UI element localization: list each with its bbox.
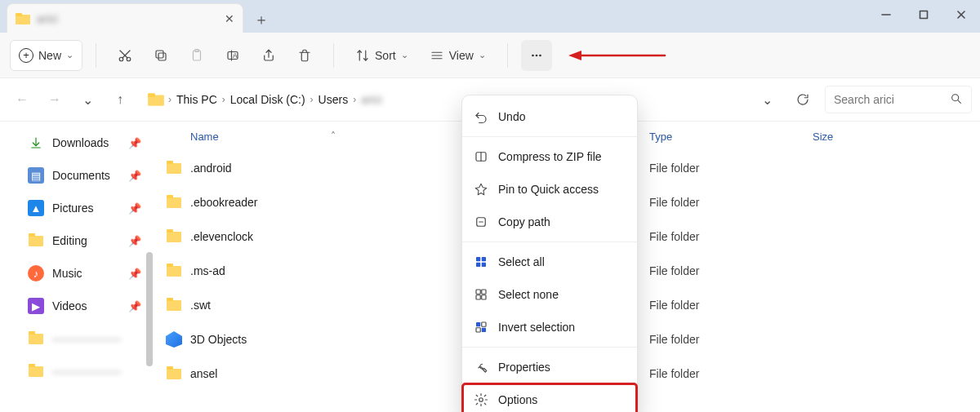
svg-rect-30 xyxy=(482,257,486,261)
folder-icon xyxy=(166,263,182,279)
file-name: .swt xyxy=(190,299,211,312)
search-placeholder: Search arici xyxy=(834,93,894,106)
videos-icon: ▶ xyxy=(28,298,44,314)
maximize-button[interactable] xyxy=(905,0,942,29)
file-name: .elevenclock xyxy=(190,230,253,243)
sidebar-item[interactable]: —————— xyxy=(0,322,151,355)
menu-properties[interactable]: Properties xyxy=(462,351,637,383)
pin-icon: 📌 xyxy=(128,300,141,312)
file-name: .android xyxy=(190,162,232,175)
sidebar-item[interactable]: —————— xyxy=(0,355,151,388)
column-type[interactable]: Type xyxy=(649,131,813,143)
share-button[interactable] xyxy=(253,40,284,71)
paste-button[interactable] xyxy=(181,40,212,71)
svg-point-19 xyxy=(535,54,537,56)
sidebar-item-editing[interactable]: Editing📌 xyxy=(0,224,151,257)
sort-button[interactable]: Sort ⌄ xyxy=(347,40,416,71)
sidebar-item-downloads[interactable]: Downloads📌 xyxy=(0,126,151,159)
sidebar-item-documents[interactable]: ▤Documents📌 xyxy=(0,159,151,192)
folder-icon xyxy=(166,297,182,313)
menu-undo[interactable]: Undo xyxy=(462,100,637,133)
menu-invert-selection[interactable]: Invert selection xyxy=(462,311,637,343)
file-name: .ebookreader xyxy=(190,196,258,209)
separator xyxy=(507,43,508,68)
close-button[interactable] xyxy=(942,0,980,29)
crumb[interactable]: Local Disk (C:) xyxy=(230,93,305,106)
file-type: File folder xyxy=(649,162,813,175)
svg-rect-40 xyxy=(482,328,486,332)
wrench-icon xyxy=(474,360,488,374)
new-tab-button[interactable]: ＋ xyxy=(248,7,274,33)
menu-options[interactable]: Options xyxy=(462,383,637,412)
file-type: File folder xyxy=(649,299,813,312)
refresh-button[interactable] xyxy=(789,86,817,113)
refresh-icon xyxy=(795,92,810,107)
select-none-icon xyxy=(474,287,488,302)
more-button[interactable] xyxy=(521,40,552,71)
crumb[interactable]: This PC xyxy=(176,93,217,106)
scissors-icon xyxy=(118,48,132,63)
folder-icon xyxy=(166,365,182,382)
svg-point-20 xyxy=(539,54,541,56)
svg-rect-9 xyxy=(156,51,163,58)
separator xyxy=(96,43,96,68)
chevron-right-icon: › xyxy=(310,94,314,105)
copy-path-icon xyxy=(474,215,488,229)
menu-copy-path[interactable]: Copy path xyxy=(462,206,637,238)
search-icon xyxy=(950,92,963,108)
separator xyxy=(333,43,334,68)
svg-rect-39 xyxy=(476,328,480,332)
pin-icon xyxy=(474,182,488,197)
chevron-down-icon: ⌄ xyxy=(66,50,74,60)
sort-icon xyxy=(355,48,370,63)
select-all-icon xyxy=(474,255,488,269)
chevron-right-icon: › xyxy=(168,94,172,105)
menu-separator xyxy=(462,347,637,348)
recent-button[interactable]: ⌄ xyxy=(74,86,101,113)
zip-icon xyxy=(474,149,488,164)
invert-selection-icon xyxy=(474,320,488,334)
file-name: ansel xyxy=(190,367,217,380)
address-dropdown[interactable]: ⌄ xyxy=(753,86,781,113)
chevron-right-icon: › xyxy=(353,94,356,105)
minimize-button[interactable] xyxy=(867,0,905,29)
up-button[interactable]: ↑ xyxy=(106,86,134,113)
search-input[interactable]: Search arici xyxy=(825,86,972,113)
new-button[interactable]: + New ⌄ xyxy=(10,40,82,71)
copy-button[interactable] xyxy=(145,40,176,71)
cut-button[interactable] xyxy=(109,40,140,71)
sidebar-item-videos[interactable]: ▶Videos📌 xyxy=(0,290,151,322)
undo-icon xyxy=(474,109,488,124)
rename-button[interactable]: A xyxy=(217,40,248,71)
sidebar-item-pictures[interactable]: ▲Pictures📌 xyxy=(0,192,151,224)
sort-label: Sort xyxy=(375,49,396,62)
breadcrumb[interactable]: › This PC › Local Disk (C:) › Users › ar… xyxy=(149,93,748,106)
window-tab[interactable]: arici ✕ xyxy=(7,3,243,33)
gear-icon xyxy=(474,392,488,407)
view-button[interactable]: View ⌄ xyxy=(421,40,494,71)
chevron-right-icon: › xyxy=(222,94,225,105)
forward-button[interactable]: → xyxy=(41,86,69,113)
delete-button[interactable] xyxy=(289,40,320,71)
more-menu: Undo Compress to ZIP file Pin to Quick a… xyxy=(461,95,638,412)
file-name: .ms-ad xyxy=(190,264,225,277)
menu-pin-quick-access[interactable]: Pin to Quick access xyxy=(462,173,637,206)
column-size[interactable]: Size xyxy=(813,131,980,143)
svg-point-18 xyxy=(532,54,534,56)
back-button[interactable]: ← xyxy=(8,86,36,113)
trash-icon xyxy=(297,48,312,63)
share-icon xyxy=(261,48,276,63)
crumb-current[interactable]: arici xyxy=(361,93,382,106)
sidebar-item-music[interactable]: ♪Music📌 xyxy=(0,257,151,290)
navigation-pane: Downloads📌 ▤Documents📌 ▲Pictures📌 Editin… xyxy=(0,122,151,412)
menu-compress-zip[interactable]: Compress to ZIP file xyxy=(462,140,637,173)
menu-select-none[interactable]: Select none xyxy=(462,278,637,311)
folder-icon xyxy=(28,363,44,379)
crumb[interactable]: Users xyxy=(318,93,349,106)
download-icon xyxy=(28,135,44,151)
menu-select-all[interactable]: Select all xyxy=(462,246,637,278)
svg-rect-34 xyxy=(482,290,486,294)
svg-rect-38 xyxy=(482,322,486,326)
rename-icon: A xyxy=(225,48,240,63)
close-tab-icon[interactable]: ✕ xyxy=(225,12,234,25)
